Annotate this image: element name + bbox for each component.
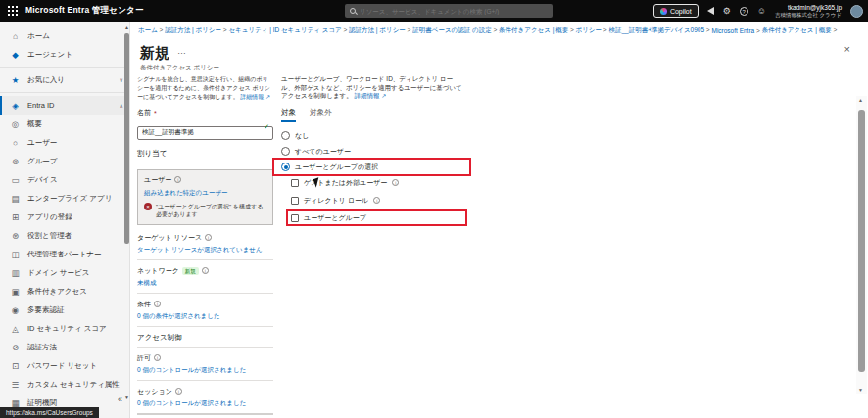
radio-none[interactable]: なし: [281, 131, 463, 141]
radio-all-users[interactable]: すべてのユーザー: [281, 147, 463, 157]
sidebar-item-label: カスタム セキュリティ属性: [27, 380, 120, 390]
sidebar-collapse-icon[interactable]: «: [118, 395, 122, 404]
tab-exclude[interactable]: 対象外: [310, 108, 332, 122]
breadcrumb-link[interactable]: Microsoft Entra: [711, 27, 761, 34]
sidebar-scroll-up-icon[interactable]: ▲: [124, 24, 129, 30]
radio-selected-icon[interactable]: [281, 163, 290, 171]
session-link[interactable]: 0 個のコントロールが選択されました: [137, 399, 273, 408]
sidebar-item-conditional-access[interactable]: ▣ 条件付きアクセス: [0, 282, 129, 301]
info-icon: [154, 301, 161, 307]
sidebar-item-label: ドメイン サービス: [27, 268, 89, 278]
target-resources-link[interactable]: ターゲット リソースが選択されていません: [137, 246, 273, 255]
sidebar-item-home[interactable]: ⌂ ホーム: [0, 26, 129, 45]
sidebar-item-roles-admins[interactable]: ⊛ 役割と管理者: [0, 226, 129, 245]
sidebar-item-agents[interactable]: ◆ エージェント: [0, 45, 129, 64]
auth-methods-icon: ⊘: [10, 343, 21, 352]
scroll-up-icon[interactable]: ▲: [858, 97, 863, 103]
info-icon: [174, 176, 181, 183]
sidebar-item-enterprise-apps[interactable]: ▤ エンタープライズ アプリ: [0, 189, 129, 208]
learn-more-link[interactable]: 詳細情報: [240, 94, 264, 100]
users-selection-link[interactable]: 組み込まれた特定のユーザー: [144, 189, 266, 198]
conditional-access-icon: ▣: [10, 287, 21, 297]
sidebar-scrollbar[interactable]: [124, 33, 129, 244]
sidebar-scroll-down-icon[interactable]: ▼: [124, 395, 129, 400]
page-subtitle: 条件付きアクセス ポリシー: [140, 64, 219, 72]
radio-icon[interactable]: [281, 131, 290, 140]
breadcrumb-link[interactable]: 条件付きアクセス | 概要: [762, 26, 839, 35]
users-icon: ○: [10, 138, 21, 148]
users-card[interactable]: ユーザー 組み込まれた特定のユーザー "ユーザーとグループの選択" を構成する必…: [137, 169, 273, 225]
announcements-icon[interactable]: [707, 7, 714, 15]
radio-select-users-groups[interactable]: ユーザーとグループの選択: [281, 163, 463, 172]
checkbox-icon[interactable]: [291, 179, 299, 187]
star-icon: ★: [10, 75, 21, 85]
avatar[interactable]: [850, 5, 863, 18]
checkbox-icon[interactable]: [291, 197, 299, 205]
divider: [137, 293, 273, 294]
sidebar-item-secure-score[interactable]: ◬ ID セキュリティ スコア: [0, 319, 129, 338]
sidebar-item-entra-id[interactable]: ◈ Entra ID ∧: [0, 96, 129, 115]
users-assignment-column: ユーザーとグループ、ワークロード ID、ディレクトリ ロール、外部ゲストなど、ポ…: [281, 75, 463, 231]
search-input[interactable]: [360, 8, 548, 15]
external-link-icon: ↗: [381, 93, 386, 99]
settings-gear-icon[interactable]: ⚙: [723, 0, 731, 22]
name-field-wrap: ✓: [137, 120, 273, 140]
checkbox-users-groups[interactable]: ユーザーとグループ: [291, 213, 463, 223]
checkbox-icon[interactable]: [291, 214, 299, 222]
help-icon[interactable]: ?: [740, 7, 748, 16]
policy-name-input[interactable]: [137, 126, 273, 140]
scrollbar-thumb[interactable]: [858, 110, 865, 372]
radio-icon[interactable]: [281, 147, 290, 156]
breadcrumb-link[interactable]: セキュリティ | ID セキュリティ スコア: [228, 26, 349, 35]
scroll-down-icon[interactable]: ▼: [858, 387, 863, 393]
assignments-heading: 割り当て: [137, 149, 273, 159]
new-policy-blade: 新規 … 条件付きアクセス ポリシー × シグナルを統合し、意思決定を行い、組織…: [130, 39, 868, 418]
breadcrumb-link[interactable]: 証明書ベースの認証 の設定: [412, 26, 499, 35]
learn-more-link[interactable]: 詳細情報: [355, 92, 380, 99]
sidebar-item-app-registrations[interactable]: ⊞ アプリの登録: [0, 208, 129, 226]
tab-include[interactable]: 対象: [281, 108, 296, 122]
sidebar-item-label: デバイス: [27, 175, 58, 185]
sidebar-item-auth-methods[interactable]: ⊘ 認証方法: [0, 338, 129, 356]
conditions-link[interactable]: 0 個の条件が選択されました: [137, 312, 273, 321]
sidebar-item-label: ID セキュリティ スコア: [27, 324, 107, 334]
breadcrumb-link[interactable]: 検証__証明書+準拠デバイス0905: [608, 26, 711, 35]
checkbox-guest-external-users[interactable]: ゲストまたは外部ユーザー: [291, 178, 463, 188]
breadcrumb-link[interactable]: 認証方法 | ポリシー: [165, 26, 228, 35]
chevron-up-icon[interactable]: ∧: [120, 102, 123, 109]
network-link[interactable]: 未構成: [137, 279, 273, 288]
app-title[interactable]: Microsoft Entra 管理センター: [25, 5, 144, 17]
breadcrumb-link[interactable]: 条件付きアクセス | 概要: [499, 26, 575, 35]
checkbox-directory-roles[interactable]: ディレクトリ ロール: [291, 196, 463, 206]
sidebar-item-label: Entra ID: [27, 101, 55, 110]
sidebar-item-password-reset[interactable]: ⊡ パスワード リセット: [0, 356, 129, 375]
sidebar-item-users[interactable]: ○ ユーザー: [0, 133, 129, 152]
home-icon: ⌂: [10, 31, 21, 41]
sidebar-item-favorites[interactable]: ★ お気に入り ∨: [0, 70, 129, 89]
copilot-button[interactable]: Copilot: [653, 4, 699, 18]
sidebar-item-devices[interactable]: ▭ デバイス: [0, 170, 129, 189]
info-icon: [175, 388, 182, 395]
breadcrumb-link[interactable]: ホーム: [138, 26, 165, 35]
waffle-menu-icon[interactable]: [0, 0, 25, 22]
context-menu-icon[interactable]: …: [177, 46, 187, 56]
feedback-icon[interactable]: ☺: [757, 0, 766, 22]
chevron-down-icon[interactable]: ∨: [120, 76, 123, 83]
sidebar-item-custom-attributes[interactable]: ☰ カスタム セキュリティ属性: [0, 375, 129, 394]
account-info[interactable]: tkadmin@yjk365.jp 吉積情報株式会社 クラウド: [775, 4, 842, 19]
breadcrumb-link[interactable]: 認証方法 | ポリシー: [349, 26, 412, 35]
close-icon[interactable]: ×: [844, 43, 850, 55]
sidebar-item-mfa[interactable]: ◉ 多要素認証: [0, 301, 129, 319]
status-url-tooltip: https://aka.ms/CaUsersGroups: [0, 407, 99, 418]
app-registrations-icon: ⊞: [10, 212, 21, 222]
page-scrollbar[interactable]: ▲ ▼: [856, 96, 867, 394]
sidebar-item-groups[interactable]: ⊚ グループ: [0, 152, 129, 170]
access-controls-heading: アクセス制御: [137, 333, 273, 343]
include-exclude-tabs: 対象 対象外: [281, 108, 463, 122]
breadcrumb-link[interactable]: ポリシー: [576, 26, 609, 35]
sidebar-item-overview[interactable]: ◎ 概要: [0, 115, 129, 133]
sidebar-item-delegated-partners[interactable]: ◫ 代理管理者パートナー: [0, 245, 129, 263]
global-search[interactable]: [345, 4, 553, 18]
sidebar-item-domain-services[interactable]: ▥ ドメイン サービス: [0, 263, 129, 282]
grant-link[interactable]: 0 個のコントロールが選択されました: [137, 366, 273, 375]
